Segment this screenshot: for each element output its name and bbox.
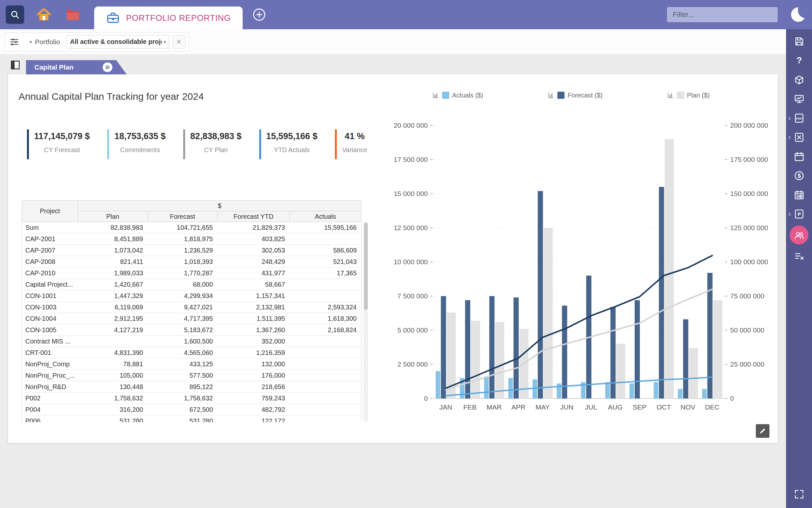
chart-bar[interactable] bbox=[495, 322, 504, 398]
table-scrollbar[interactable] bbox=[364, 222, 368, 422]
calendar-button[interactable] bbox=[789, 149, 809, 164]
left-axis-label: 2 500 000 bbox=[397, 361, 428, 368]
column-header[interactable]: Plan bbox=[78, 211, 148, 222]
value-cell: 1,770,287 bbox=[148, 267, 218, 279]
table-row[interactable]: NonProj_R&D130,448895,122218,656 bbox=[22, 381, 362, 393]
portfolio-value-select[interactable]: All active & consolidable proje ▾ bbox=[66, 35, 169, 49]
chart-bar[interactable] bbox=[436, 371, 440, 398]
chart-bar[interactable] bbox=[635, 300, 640, 398]
fullscreen-icon bbox=[794, 489, 805, 500]
column-header[interactable]: Forecast bbox=[148, 211, 218, 222]
legend-item[interactable]: Plan ($) bbox=[667, 92, 710, 99]
table-row[interactable]: CAP-20018,451,8891,818,975403,825 bbox=[22, 234, 362, 245]
pdf-export-button[interactable]: ‹PDF bbox=[789, 111, 809, 125]
table-row[interactable]: NonProj_Proc_...105,000577,500176,000 bbox=[22, 370, 362, 381]
chart-bar[interactable] bbox=[605, 382, 610, 398]
currency-button[interactable]: $ bbox=[789, 168, 809, 183]
chart-bar[interactable] bbox=[665, 139, 674, 398]
table-row[interactable]: CON-10036,119,0699,427,0212,132,9812,593… bbox=[22, 302, 362, 313]
column-header[interactable]: Actuals bbox=[290, 211, 362, 222]
app-logo[interactable] bbox=[787, 4, 808, 25]
chart-bar[interactable] bbox=[562, 305, 567, 398]
chart-bar[interactable] bbox=[557, 383, 561, 398]
schedule-button[interactable] bbox=[789, 187, 809, 202]
table-row[interactable]: P004316,200672,500482,792 bbox=[22, 404, 362, 415]
table-scrollbar-thumb[interactable] bbox=[364, 223, 368, 310]
table-row[interactable]: P006531,280531,280122,172 bbox=[22, 415, 362, 423]
layout-toggle-icon[interactable] bbox=[10, 59, 21, 71]
chart-bar[interactable] bbox=[678, 389, 682, 398]
filter-input[interactable] bbox=[667, 7, 777, 22]
chart-bar[interactable] bbox=[538, 191, 543, 398]
list-remove-button[interactable] bbox=[789, 249, 809, 264]
tab-menu-button[interactable] bbox=[103, 62, 112, 72]
table-row[interactable]: CAP-20101,989,0331,770,287431,97717,365 bbox=[22, 267, 362, 279]
caret-down-icon: ▾ bbox=[30, 39, 32, 45]
tab-portfolio-reporting[interactable]: PORTFOLIO REPORTING bbox=[94, 6, 243, 29]
chart-bar[interactable] bbox=[689, 348, 698, 398]
capital-table-container[interactable]: Project $ PlanForecastForecast YTDActual… bbox=[22, 200, 362, 422]
filter-settings-button[interactable] bbox=[5, 33, 24, 51]
chart-bar[interactable] bbox=[484, 377, 488, 398]
table-row[interactable]: Capital Project...1,420,66768,00058,667 bbox=[22, 279, 362, 290]
table-row[interactable]: CON-10042,912,1954,717,3951,511,3951,618… bbox=[22, 313, 362, 324]
table-row[interactable]: CAP-20071,073,0421,236,529302,053586,609 bbox=[22, 245, 362, 256]
column-header-project[interactable]: Project bbox=[22, 201, 78, 222]
chart-bar[interactable] bbox=[659, 187, 664, 398]
chart-bar[interactable] bbox=[514, 297, 519, 398]
projects-folder-button[interactable] bbox=[63, 5, 83, 25]
chevron-left-icon: ‹ bbox=[788, 133, 791, 141]
tab-title: PORTFOLIO REPORTING bbox=[126, 13, 231, 23]
table-row[interactable]: P0021,758,6321,758,632759,243 bbox=[22, 393, 362, 404]
search-icon bbox=[10, 9, 20, 20]
chart-bar[interactable] bbox=[713, 300, 722, 398]
search-button[interactable] bbox=[5, 5, 25, 25]
value-cell: 68,000 bbox=[148, 279, 218, 290]
chart-bar[interactable] bbox=[654, 382, 658, 398]
table-row[interactable]: CON-10011,447,3294,299,9341,157,341 bbox=[22, 290, 362, 302]
chart-bar[interactable] bbox=[508, 378, 513, 398]
table-row[interactable]: Sum82,838,983104,721,65521,829,37315,595… bbox=[22, 222, 362, 234]
save-button[interactable] bbox=[789, 34, 809, 49]
table-row[interactable]: CAP-2008821,4111,018,393248,429521,043 bbox=[22, 256, 362, 267]
chart-bar[interactable] bbox=[702, 389, 707, 398]
table-row[interactable]: NonProj_Comp78,881433,125132,000 bbox=[22, 358, 362, 370]
table-row[interactable]: Contract MIS ...1,600,500352,000 bbox=[22, 336, 362, 347]
table-row[interactable]: CON-10054,127,2195,183,6721,367,2602,168… bbox=[22, 324, 362, 336]
edit-button[interactable] bbox=[756, 424, 769, 438]
chart-bar[interactable] bbox=[471, 321, 480, 398]
value-cell: 21,829,373 bbox=[218, 222, 290, 234]
chart-bar[interactable] bbox=[610, 307, 616, 398]
chart-bar[interactable] bbox=[489, 296, 494, 398]
home-button[interactable] bbox=[34, 5, 54, 25]
tab-capital-plan[interactable]: Capital Plan bbox=[26, 60, 127, 75]
help-button[interactable]: ? bbox=[789, 53, 809, 68]
fullscreen-button[interactable] bbox=[789, 486, 809, 502]
chart-bar[interactable] bbox=[441, 296, 446, 398]
column-header[interactable]: Forecast YTD bbox=[218, 211, 290, 222]
people-button[interactable] bbox=[790, 225, 808, 244]
chevron-down-icon: ▾ bbox=[164, 39, 166, 45]
value-cell: 586,609 bbox=[290, 245, 362, 256]
legend-item[interactable]: Actuals ($) bbox=[432, 92, 483, 99]
value-cell: 1,758,632 bbox=[78, 393, 148, 404]
portfolio-dropdown[interactable]: ▾ Portfolio bbox=[24, 38, 66, 46]
powerpoint-export-button[interactable]: ‹P bbox=[789, 206, 809, 221]
svg-text:?: ? bbox=[797, 55, 802, 65]
help-icon: ? bbox=[794, 55, 805, 66]
chart-bar[interactable] bbox=[616, 344, 625, 398]
legend-item[interactable]: Forecast ($) bbox=[547, 92, 603, 99]
value-cell: 2,132,981 bbox=[218, 302, 290, 313]
clear-filter-button[interactable]: × bbox=[173, 35, 185, 49]
package-button[interactable] bbox=[789, 72, 809, 87]
chart-bar[interactable] bbox=[544, 228, 553, 398]
presentation-button[interactable] bbox=[789, 91, 809, 106]
table-row[interactable]: CRT-0014,831,3904,565,0601,216,359 bbox=[22, 347, 362, 358]
chart-bar[interactable] bbox=[629, 383, 634, 398]
value-cell: 433,125 bbox=[148, 358, 218, 370]
currency-icon: $ bbox=[794, 170, 805, 181]
excel-export-button[interactable]: ‹ bbox=[789, 130, 809, 144]
add-tab-button[interactable] bbox=[252, 7, 267, 22]
value-cell bbox=[290, 370, 362, 381]
chart-bar[interactable] bbox=[683, 319, 688, 398]
